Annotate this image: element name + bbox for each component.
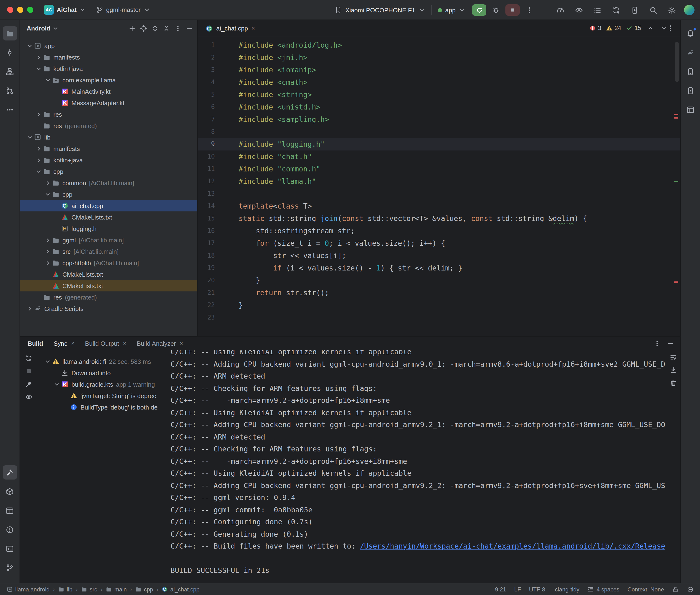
- filter-messages-icon[interactable]: [23, 391, 34, 402]
- running-devices-icon[interactable]: [683, 83, 698, 97]
- hide-panel-icon[interactable]: [184, 23, 194, 33]
- build-options-icon[interactable]: [652, 338, 662, 348]
- breadcrumb-item[interactable]: ai_chat.cpp: [162, 586, 200, 593]
- more-tool-windows-icon[interactable]: [3, 103, 17, 117]
- ai-context[interactable]: Context: None: [627, 586, 664, 593]
- hide-build-panel-icon[interactable]: [665, 338, 675, 348]
- locate-file-icon[interactable]: [138, 23, 149, 33]
- close-tab-icon[interactable]: ×: [180, 340, 183, 347]
- code-line[interactable]: 17 for (size_t i = 0; i < values.size();…: [198, 237, 680, 250]
- code-editor[interactable]: 1#include <android/log.h>2#include <jni.…: [198, 37, 680, 336]
- zoom-window-button[interactable]: [27, 7, 33, 13]
- tree-toggle-icon[interactable]: [44, 358, 52, 365]
- close-tab-icon[interactable]: ×: [123, 340, 126, 347]
- search-everywhere-icon[interactable]: [647, 4, 659, 16]
- stop-build-icon[interactable]: [23, 366, 34, 376]
- file-encoding[interactable]: UTF-8: [529, 586, 545, 593]
- warning-count[interactable]: 24: [606, 25, 621, 31]
- tree-toggle-icon[interactable]: [26, 133, 34, 141]
- tree-toggle-icon[interactable]: [44, 236, 52, 244]
- code-line[interactable]: 1#include <android/log.h>: [198, 39, 680, 51]
- tree-toggle-icon[interactable]: [44, 191, 52, 198]
- project-tree-row[interactable]: CMakeLists.txt: [20, 268, 197, 280]
- breadcrumb-item[interactable]: cpp: [135, 586, 153, 593]
- project-tree-row[interactable]: src[AiChat.lib.main]: [20, 246, 197, 257]
- breadcrumb-item[interactable]: llama.android: [7, 586, 50, 593]
- debug-app-button[interactable]: [490, 4, 502, 16]
- tree-toggle-icon[interactable]: [35, 156, 43, 164]
- project-tree-row[interactable]: CMakeLists.txt: [20, 211, 197, 223]
- project-tree-row[interactable]: cpp-httplib[AiChat.lib.main]: [20, 257, 197, 268]
- code-line[interactable]: 13: [198, 188, 680, 200]
- indent-style[interactable]: 4 spaces: [588, 586, 619, 593]
- tree-toggle-icon[interactable]: [35, 53, 43, 61]
- project-tree-row[interactable]: CMakeLists.txt: [20, 280, 197, 291]
- console-link[interactable]: /Users/hanyin/Workspace/ai-chat/examples…: [360, 542, 665, 550]
- project-view-selector[interactable]: Android: [27, 25, 51, 32]
- code-line[interactable]: 5#include <string>: [198, 89, 680, 101]
- project-tree-row[interactable]: cpp: [20, 166, 197, 177]
- tree-toggle-icon[interactable]: [44, 248, 52, 255]
- build-tree-row[interactable]: BuildType 'debug' is both de: [37, 401, 165, 413]
- inspections-indicator[interactable]: [687, 586, 694, 593]
- code-line[interactable]: 11#include "common.h": [198, 163, 680, 175]
- clang-tidy-status[interactable]: .clang-tidy: [553, 586, 579, 593]
- user-avatar[interactable]: [684, 5, 695, 15]
- code-line[interactable]: 15static std::string join(const std::vec…: [198, 213, 680, 225]
- project-tree-row[interactable]: kotlin+java: [20, 63, 197, 74]
- sync-gradle-icon[interactable]: [610, 4, 622, 16]
- build-tree-row[interactable]: 'jvmTarget: String' is deprec: [37, 390, 165, 401]
- build-tree-row[interactable]: llama.android: fi22 sec, 583 ms: [37, 356, 165, 367]
- build-tab-build-analyzer[interactable]: Build Analyzer×: [137, 340, 183, 347]
- close-window-button[interactable]: [7, 7, 13, 13]
- rerun-sync-icon[interactable]: [23, 353, 34, 363]
- build-tree-row[interactable]: Download info: [37, 367, 165, 378]
- code-line[interactable]: 20 }: [198, 274, 680, 287]
- gradle-tool-icon[interactable]: [683, 45, 698, 59]
- code-line[interactable]: 6#include <unistd.h>: [198, 101, 680, 113]
- structure-tool-icon[interactable]: [3, 64, 17, 79]
- collapse-all-icon[interactable]: [161, 23, 171, 33]
- tree-toggle-icon[interactable]: [44, 76, 52, 84]
- editor-tab-ai-chat-cpp[interactable]: ai_chat.cpp ×: [198, 20, 260, 37]
- new-item-icon[interactable]: [127, 23, 137, 33]
- build-variants-icon[interactable]: [591, 4, 604, 16]
- breadcrumb-item[interactable]: lib: [58, 586, 73, 593]
- build-tab-sync[interactable]: Sync×: [54, 340, 75, 347]
- minimize-window-button[interactable]: [17, 7, 23, 13]
- project-tree-row[interactable]: Gradle Scripts: [20, 303, 197, 314]
- inspect-code-icon[interactable]: [572, 4, 585, 16]
- code-line[interactable]: 9#include "logging.h": [198, 138, 680, 150]
- code-line[interactable]: 8: [198, 126, 680, 138]
- line-separator[interactable]: LF: [514, 586, 521, 593]
- project-tree-row[interactable]: manifests: [20, 51, 197, 63]
- tree-toggle-icon[interactable]: [53, 380, 61, 388]
- code-line[interactable]: 21 return str.str();: [198, 287, 680, 299]
- caret-position[interactable]: 9:21: [495, 586, 506, 593]
- pin-tab-icon[interactable]: [23, 378, 34, 389]
- tree-toggle-icon[interactable]: [35, 65, 43, 73]
- code-line[interactable]: 18 str << values[i];: [198, 250, 680, 262]
- readonly-toggle[interactable]: [672, 586, 679, 593]
- profiler-icon[interactable]: [554, 4, 566, 16]
- tree-toggle-icon[interactable]: [35, 145, 43, 152]
- project-tree-row[interactable]: res(generated): [20, 291, 197, 303]
- code-line[interactable]: 4#include <cmath>: [198, 76, 680, 89]
- close-tab-icon[interactable]: ×: [251, 25, 255, 32]
- notifications-icon[interactable]: [683, 26, 698, 40]
- settings-icon[interactable]: [666, 4, 678, 16]
- tree-toggle-icon[interactable]: [35, 168, 43, 175]
- prev-problem-button[interactable]: [646, 24, 654, 32]
- passed-count[interactable]: 15: [626, 25, 641, 31]
- device-selector[interactable]: Xiaomi POCOPHONE F1: [345, 6, 415, 13]
- build-tree-row[interactable]: build.gradle.ktsapp 1 warning: [37, 378, 165, 390]
- project-tree-row[interactable]: ai_chat.cpp: [20, 200, 197, 211]
- project-tree-row[interactable]: ggml[AiChat.lib.main]: [20, 234, 197, 246]
- code-line[interactable]: 2#include <jni.h>: [198, 51, 680, 64]
- project-tree-row[interactable]: manifests: [20, 143, 197, 154]
- packages-tool-icon[interactable]: [3, 484, 17, 499]
- clear-console-icon[interactable]: [668, 378, 678, 388]
- layout-inspector-icon[interactable]: [683, 103, 698, 117]
- expand-all-icon[interactable]: [149, 23, 160, 33]
- code-line[interactable]: 23: [198, 311, 680, 324]
